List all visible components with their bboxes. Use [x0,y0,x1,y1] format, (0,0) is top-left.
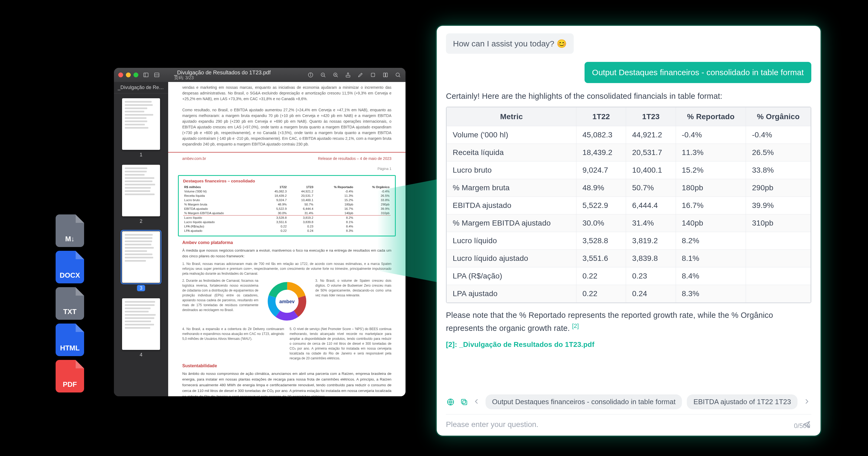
svg-point-18 [396,73,400,77]
pdf-bullet: 4. No Brasil, a expansão e a cobertura d… [182,326,284,361]
table-row: Lucro líquido3,528.83,819.28.2% [447,232,811,250]
pdf-thumbnail[interactable] [122,165,160,216]
badge-pdf: PDF [56,360,84,393]
pdf-sidebar-tab[interactable]: _Divulgação de Res… [114,82,168,93]
table-header: 1T22 [577,108,626,126]
pdf-viewer-window: _Divulgação de Resultados do 1T23.pdf 页码… [114,68,405,396]
pdf-thumbnail-number: 4 [140,352,143,358]
rotate-icon[interactable] [370,72,376,78]
svg-line-19 [399,76,400,77]
svg-text:ambev: ambev [279,299,294,304]
pdf-thumbnail[interactable] [122,231,160,283]
user-message: Output Destaques financeiros - consolida… [585,62,811,83]
svg-rect-17 [386,73,388,77]
citation-marker[interactable]: [2] [572,322,579,329]
chat-input-row [446,414,811,429]
table-row: Receita líquida18,439.220,531.711.3%26.5… [447,144,811,162]
view-mode-icon[interactable] [154,72,160,78]
citation-source[interactable]: [2]: _Divulgação de Resultados do 1T23.p… [446,340,811,349]
globe-icon[interactable] [446,397,455,407]
pdf-toolbar-right [307,72,401,78]
pdf-thumbnail[interactable] [122,98,160,150]
chat-panel: How can I assist you today? 😊 Output Des… [437,26,820,436]
answer-note: Please note that the % Reportado represe… [446,309,811,334]
svg-rect-15 [371,73,375,77]
table-header: 1T23 [626,108,676,126]
table-row: LPA (R$/ação)0.220.238.4% [447,267,811,285]
pdf-footer-left: ambev.com.br [182,156,206,161]
financial-table: Metric1T221T23% Reportado% OrgânicoVolum… [446,107,811,303]
pdf-bullet: 1. No Brasil, nossas marcas adicionaram … [182,261,392,276]
pdf-thumbnail[interactable] [122,298,160,350]
pdf-section-intro: À medida que nossos negócios continuaram… [168,247,405,260]
pdf-page-viewport[interactable]: vendas e marketing em nossas marcas, enq… [168,82,405,396]
table-header: Metric [447,108,577,126]
table-row: % Margem bruta48.9%50.7%180pb290pb [447,179,811,197]
pdf-titlebar: _Divulgação de Resultados do 1T23.pdf 页码… [114,68,405,82]
svg-point-6 [310,74,311,74]
chat-input[interactable] [446,420,798,429]
chevron-right-icon[interactable] [803,398,811,406]
table-row: Volume ('000 hl)45,082.344,921.2-0.4%-0.… [447,126,811,144]
char-counter: 0/500 [794,422,810,430]
ai-greeting-message: How can I assist you today? 😊 [446,33,574,54]
table-header: % Reportado [676,108,746,126]
zoom-in-icon[interactable] [332,72,339,78]
table-header: % Orgânico [746,108,811,126]
suggestion-row: Output Destaques financeiros - consolida… [446,390,811,409]
pdf-section-title: Ambev como plataforma [168,238,405,247]
answer-table-wrapper: Metric1T221T23% Reportado% OrgânicoVolum… [446,107,811,303]
badge-md: M↓ [56,215,84,247]
pdf-highlighted-region: Destaques financeiros – consolidado R$ m… [178,175,396,236]
pdf-page-indicator: 页码: 3/23 [174,76,271,80]
window-close-button[interactable] [118,73,123,77]
pdf-bullet: 3. No Brasil, o volume de Spaten cresceu… [315,278,392,324]
window-zoom-button[interactable] [133,73,138,77]
answer-intro: Certainly! Here are the highlights of th… [446,92,811,101]
table-row: EBITDA ajustado5,522.96,444.416.7%39.9% [447,197,811,215]
pdf-paragraph: No âmbito do nosso compromisso de ação c… [168,370,405,396]
svg-line-11 [337,76,338,77]
table-row: Lucro bruto9,024.710,400.115.2%33.8% [447,162,811,179]
svg-rect-28 [463,401,467,405]
suggestion-chip[interactable]: EBITDA ajustado of 1T22 1T23 [687,394,798,409]
pdf-page-2-partial: vendas e marketing em nossas marcas, enq… [168,82,405,165]
pdf-body-text: Como resultado, no Brasil, o EBITDA ajus… [168,105,405,150]
svg-rect-0 [144,73,148,77]
pdf-thumbnail-sidebar: _Divulgação de Res… 1234 [114,82,168,396]
pdf-mini-table: R$ milhões1T221T23% Reportado% OrgânicoV… [183,185,391,233]
copy-icon[interactable] [460,397,469,407]
info-icon[interactable] [307,72,314,78]
pdf-bullet: 5. O nível de serviço (Net Promoter Scor… [290,326,392,361]
badge-txt: TXT [56,287,84,320]
window-controls [118,73,138,77]
search-icon[interactable] [395,72,401,78]
pdf-title: _Divulgação de Resultados do 1T23.pdf [174,69,271,76]
pdf-bullet: 2. Durante as festividades de Carnaval, … [182,278,258,324]
table-row: % Margem EBITDA ajustado30.0%31.4%140pb3… [447,215,811,232]
crop-icon[interactable] [382,72,389,78]
file-type-badges: M↓ DOCX TXT HTML PDF [56,215,84,393]
window-minimize-button[interactable] [126,73,131,77]
sidebar-toggle-icon[interactable] [143,72,149,78]
pdf-page-number-label: Página 1 [168,165,405,173]
chevron-left-icon[interactable] [473,398,481,406]
annotate-icon[interactable] [357,72,364,78]
pdf-section-title: Sustentabilidade [168,362,405,370]
badge-html: HTML [56,323,84,356]
suggestion-chip[interactable]: Output Destaques financeiros - consolida… [486,394,682,409]
pdf-footer-right: Release de resultados – 4 de maio de 202… [318,156,392,161]
pdf-thumbnail-number: 1 [140,152,143,158]
table-row: Lucro líquido ajustado3,551.63,839.88.1% [447,250,811,267]
pdf-body-text: vendas e marketing em nossas marcas, enq… [168,82,405,105]
svg-line-8 [324,76,326,77]
svg-rect-16 [383,73,385,77]
share-icon[interactable] [345,72,351,78]
pdf-thumbnail-number: 3 [137,285,145,291]
zoom-out-icon[interactable] [320,72,326,78]
pdf-page-3: Página 1 Destaques financeiros – consoli… [168,165,405,396]
pdf-donut-chart: ambev [267,281,307,322]
ai-answer: Certainly! Here are the highlights of th… [446,92,811,349]
table-row: LPA ajustado0.220.248.3% [447,285,811,303]
pdf-highlight-title: Destaques financeiros – consolidado [183,179,391,183]
